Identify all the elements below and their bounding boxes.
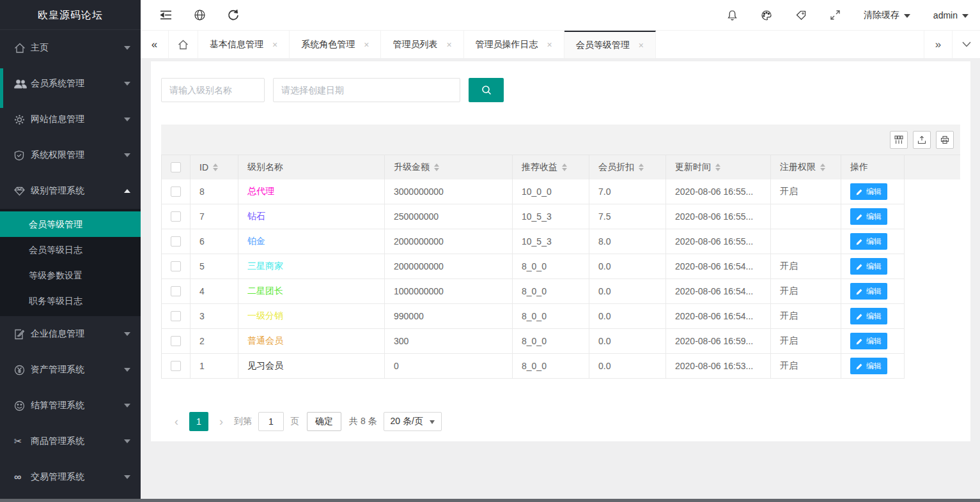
column-header-4[interactable]: 会员折扣 — [589, 155, 666, 179]
tab-2[interactable]: 管理员列表× — [381, 31, 463, 58]
row-checkbox[interactable] — [171, 261, 181, 271]
cell-referral-income-text: 8_0_0 — [522, 361, 547, 371]
globe-icon[interactable] — [194, 9, 206, 21]
column-header-2[interactable]: 升级金额 — [385, 155, 513, 179]
cell-upgrade-amount-text: 0 — [394, 361, 399, 371]
pencil-icon — [856, 188, 863, 195]
tab-4[interactable]: 会员等级管理× — [564, 31, 656, 58]
row-checkbox[interactable] — [171, 361, 181, 371]
tab-0[interactable]: 基本信息管理× — [198, 31, 290, 58]
close-icon[interactable]: × — [446, 40, 451, 50]
sidebar-item-5[interactable]: 企业信息管理 — [0, 316, 141, 352]
edit-button[interactable]: 编辑 — [850, 283, 887, 300]
cell-referral-income: 8_0_0 — [513, 254, 589, 279]
row-checkbox[interactable] — [171, 236, 181, 247]
sort-icon[interactable] — [639, 164, 644, 171]
column-header-6[interactable]: 注册权限 — [771, 155, 841, 179]
home-tab[interactable] — [169, 31, 198, 58]
yen-circle-icon — [14, 365, 31, 376]
edit-button[interactable]: 编辑 — [850, 233, 887, 250]
user-dropdown[interactable]: admin — [933, 10, 968, 20]
sort-icon[interactable] — [213, 164, 218, 171]
tab-3[interactable]: 管理员操作日志× — [464, 31, 564, 58]
filter-columns-button[interactable] — [890, 131, 908, 149]
bell-icon[interactable] — [727, 10, 738, 21]
column-label: 级别名称 — [247, 162, 283, 173]
cell-level-name: 钻石 — [238, 204, 385, 229]
close-icon[interactable]: × — [364, 40, 369, 50]
prev-page-button[interactable]: ‹ — [167, 412, 185, 431]
edit-button[interactable]: 编辑 — [850, 333, 887, 349]
row-checkbox[interactable] — [171, 186, 181, 197]
column-header-0[interactable]: ID — [191, 155, 238, 179]
search-button[interactable] — [469, 78, 504, 102]
home-icon — [178, 40, 189, 50]
pencil-icon — [856, 338, 863, 345]
cell-id-text: 8 — [199, 186, 205, 197]
horizontal-scrollbar[interactable] — [0, 499, 980, 502]
row-checkbox[interactable] — [171, 286, 181, 296]
sort-icon[interactable] — [715, 164, 720, 171]
row-checkbox[interactable] — [171, 311, 181, 321]
column-header-5[interactable]: 更新时间 — [666, 155, 771, 179]
refresh-icon[interactable] — [228, 10, 239, 21]
scissors-icon: ✂ — [14, 436, 31, 447]
print-button[interactable] — [936, 131, 954, 149]
current-page[interactable]: 1 — [189, 412, 208, 431]
edit-button[interactable]: 编辑 — [850, 308, 887, 324]
cell-register-permission-text: 开启 — [780, 335, 798, 347]
level-name-input[interactable] — [161, 78, 265, 102]
cell-update-time-text: 2020-08-06 16:54... — [675, 286, 753, 296]
sidebar-item-3[interactable]: 系统权限管理 — [0, 137, 141, 173]
sort-icon[interactable] — [820, 164, 825, 171]
confirm-button[interactable]: 确定 — [307, 412, 341, 431]
sidebar-subitem-1[interactable]: 会员等级日志 — [0, 237, 141, 262]
edit-button[interactable]: 编辑 — [850, 183, 887, 200]
tab-label: 会员等级管理 — [576, 40, 630, 51]
sidebar-item-1[interactable]: 会员系统管理 — [0, 66, 141, 102]
cell-level-name: 二星团长 — [238, 279, 385, 304]
tabs-scroll-right-button[interactable]: » — [924, 31, 952, 58]
close-icon[interactable]: × — [639, 40, 644, 50]
export-button[interactable] — [913, 131, 931, 149]
sidebar-item-2[interactable]: 网站信息管理 — [0, 102, 141, 137]
fullscreen-icon[interactable] — [830, 10, 841, 20]
create-date-input[interactable] — [273, 78, 460, 102]
edit-button[interactable]: 编辑 — [850, 208, 887, 225]
cell-referral-income-text: 10_0_0 — [522, 186, 552, 197]
sidebar-item-8[interactable]: ✂商品管理系统 — [0, 423, 141, 459]
tabs-menu-button[interactable] — [952, 31, 980, 58]
sidebar-item-6[interactable]: 资产管理系统 — [0, 352, 141, 388]
select-all-checkbox[interactable] — [171, 162, 181, 172]
palette-icon[interactable] — [761, 10, 772, 21]
sidebar-subitem-3[interactable]: 职务等级日志 — [0, 288, 141, 314]
close-icon[interactable]: × — [547, 40, 552, 50]
row-checkbox[interactable] — [171, 336, 181, 346]
sort-icon[interactable] — [434, 164, 439, 171]
goto-page-input[interactable] — [258, 412, 284, 431]
menu-fold-icon[interactable] — [160, 10, 172, 20]
sidebar-subitem-2[interactable]: 等级参数设置 — [0, 262, 141, 288]
close-icon[interactable]: × — [272, 40, 277, 50]
edit-button-label: 编辑 — [866, 336, 882, 347]
sidebar-item-0[interactable]: 主页 — [0, 30, 141, 66]
clear-cache-dropdown[interactable]: 清除缓存 — [864, 10, 910, 21]
next-page-button[interactable]: › — [212, 412, 230, 431]
sidebar-subitem-0[interactable]: 会员等级管理 — [0, 211, 141, 237]
sidebar-subitem-label: 会员等级日志 — [29, 245, 82, 255]
cell-update-time: 2020-08-06 16:55... — [666, 179, 771, 204]
sidebar-item-4[interactable]: 级别管理系统 — [0, 173, 141, 209]
tag-icon[interactable] — [795, 10, 807, 21]
cell-register-permission: 开启 — [771, 254, 841, 279]
edit-button[interactable]: 编辑 — [850, 258, 887, 275]
row-checkbox[interactable] — [171, 211, 181, 222]
page-size-select[interactable]: 20 条/页 — [384, 412, 442, 431]
edit-button[interactable]: 编辑 — [850, 358, 887, 374]
cell-referral-income: 10_5_3 — [513, 204, 589, 229]
column-header-3[interactable]: 推荐收益 — [513, 155, 589, 179]
sidebar-item-7[interactable]: 结算管理系统 — [0, 388, 141, 423]
sidebar-item-9[interactable]: ∞交易管理系统 — [0, 459, 141, 495]
tabs-scroll-left-button[interactable]: « — [141, 31, 169, 58]
tab-1[interactable]: 系统角色管理× — [290, 31, 381, 58]
sort-icon[interactable] — [562, 164, 567, 171]
